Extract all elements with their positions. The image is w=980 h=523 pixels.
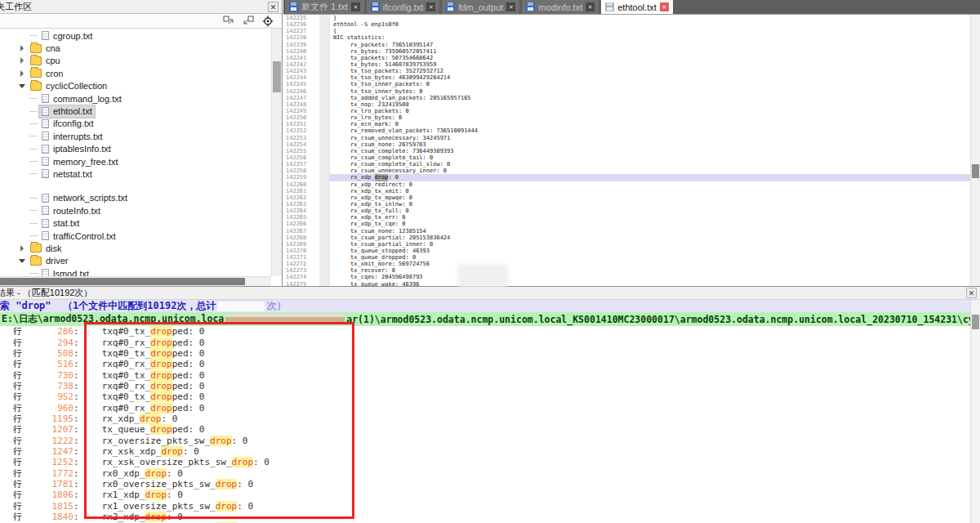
code-line: 142264 rx_xdp_tx_full: 0 bbox=[283, 208, 970, 214]
tree-item-iptablesInfo-txt[interactable]: iptablesInfo.txt bbox=[0, 143, 271, 155]
chevron-down-icon[interactable] bbox=[18, 259, 25, 263]
match-row[interactable]: 行508:txq#0_tx_dropped: 0 bbox=[0, 348, 970, 359]
line-number: 142238 bbox=[283, 34, 319, 41]
match-row[interactable]: 行1222:rx_oversize_pkts_sw_drop: 0 bbox=[0, 435, 970, 445]
close-tab-icon[interactable]: ✕ bbox=[586, 2, 595, 11]
match-row[interactable]: 行1772:rx0_xdp_drop: 0 bbox=[0, 467, 970, 478]
workspace-close-icon[interactable]: ✕ bbox=[268, 2, 278, 12]
tab-label: fdm_output bbox=[458, 2, 503, 12]
tree-item-ifconfig-txt[interactable]: ifconfig.txt bbox=[0, 118, 271, 130]
tree-item-cgroup-txt[interactable]: cgroup.txt bbox=[0, 29, 271, 42]
match-row[interactable]: 行1207:tx_queue_dropped: 0 bbox=[0, 424, 970, 435]
chevron-right-icon[interactable] bbox=[18, 45, 25, 51]
match-row[interactable]: 行1252:rx_xsk_oversize_pkts_sw_drop: 0 bbox=[0, 457, 970, 467]
code-line-text: rx_xdp_tx_xmit: 0 bbox=[330, 188, 970, 194]
match-row[interactable]: 行1815:rx1_oversize_pkts_sw_drop: 0 bbox=[0, 501, 970, 512]
code-text: tx_csum_partial_inner: 0 bbox=[333, 241, 433, 248]
line-number: 142235 bbox=[283, 15, 319, 21]
tab-ethtool-txt[interactable]: ethtool.txt✕ bbox=[601, 0, 673, 14]
tree-item-driver[interactable]: driver bbox=[0, 255, 271, 267]
match-row[interactable]: 行294:rxq#0_rx_dropped: 0 bbox=[0, 337, 970, 347]
results-vertical-scrollbar-thumb[interactable] bbox=[972, 315, 979, 329]
tree-vertical-scrollbar-thumb[interactable] bbox=[273, 61, 281, 92]
line-number: 142258 bbox=[283, 168, 319, 174]
tree-item-label: cna bbox=[46, 43, 60, 53]
match-pre: rxq#0_rx_ bbox=[102, 359, 151, 369]
close-tab-icon[interactable]: ✕ bbox=[426, 2, 435, 11]
match-post: : 0 bbox=[167, 512, 183, 522]
tree-item-cna[interactable]: cna bbox=[0, 42, 271, 54]
code-text: tx_tso_inner_packets: 0 bbox=[333, 81, 430, 87]
tree-item-network-scripts-txt[interactable]: network_scripts.txt bbox=[0, 192, 271, 204]
match-row[interactable]: 行960:rxq#0_rx_dropped: 0 bbox=[0, 402, 970, 413]
code-line-text: tx_cqes: 204596498793 bbox=[330, 274, 970, 280]
match-row[interactable]: 行1806:rx1_xdp_drop: 0 bbox=[0, 489, 970, 500]
code-text: tx_csum_none: 12385154 bbox=[333, 228, 426, 235]
gutter-marker-column bbox=[319, 208, 330, 214]
match-row[interactable]: 行516:rxq#0_rx_dropped: 0 bbox=[0, 359, 970, 369]
code-line: 142266 rx_xdp_tx_cqe: 0 bbox=[283, 221, 970, 227]
gutter-marker-column bbox=[319, 228, 330, 235]
match-row[interactable]: 行286:txq#0_tx_dropped: 0 bbox=[0, 326, 970, 337]
tree-horizontal-scrollbar-thumb[interactable] bbox=[0, 278, 245, 285]
tree-item-cyclicCollection[interactable]: cyclicCollection bbox=[0, 80, 271, 92]
tree-item-netstat-txt[interactable]: netstat.txt bbox=[0, 168, 271, 180]
line-number: 142237 bbox=[283, 28, 319, 34]
match-post: : 0 bbox=[161, 413, 177, 424]
tree-item-trafficControl-txt[interactable]: trafficControl.txt bbox=[0, 230, 271, 242]
matched-file-path[interactable]: E:\日志\armod0523.odata.ncmp.unicom.loca a… bbox=[0, 312, 980, 326]
tree-horizontal-scrollbar[interactable] bbox=[0, 276, 271, 286]
tree-item-stat-txt[interactable]: stat.txt bbox=[0, 217, 271, 229]
match-row[interactable]: 行1247:rx_xsk_xdp_drop: 0 bbox=[0, 446, 970, 457]
chevron-right-icon[interactable] bbox=[18, 70, 25, 77]
close-tab-icon[interactable]: ✕ bbox=[660, 2, 669, 11]
tree-vertical-scrollbar[interactable] bbox=[271, 29, 282, 276]
tab-fdm-output[interactable]: fdm_output✕ bbox=[442, 0, 519, 14]
match-row[interactable]: 行1195:rx_xdp_drop: 0 bbox=[0, 413, 970, 424]
sync-from-editor-icon[interactable] bbox=[243, 16, 254, 26]
file-tree[interactable]: cgroup.txtcnacpucroncyclicCollectioncomm… bbox=[0, 29, 271, 276]
tree-item-labelbox: interrupts.txt bbox=[39, 130, 105, 142]
editor-vertical-scrollbar[interactable] bbox=[970, 15, 980, 286]
match-row[interactable]: 行730:txq#0_tx_dropped: 0 bbox=[0, 369, 970, 380]
editor-content[interactable]: 142235}142236ethtool -S enp1s0f0142237{1… bbox=[283, 15, 970, 286]
tree-item-command-log-txt[interactable]: command_log.txt bbox=[0, 92, 271, 105]
workspace-panel: 夹工作区 ✕ cgroup.txtcnacpucroncyclicCollect… bbox=[0, 0, 283, 286]
tree-connector-line bbox=[29, 235, 38, 236]
close-tab-icon[interactable]: ✕ bbox=[506, 2, 515, 11]
code-line: 142245 tx_tso_inner_packets: 0 bbox=[283, 81, 970, 87]
editor-vertical-scrollbar-thumb[interactable] bbox=[972, 164, 979, 178]
chevron-right-icon[interactable] bbox=[18, 245, 25, 252]
gutter-marker-column bbox=[319, 248, 330, 254]
locate-file-icon[interactable] bbox=[262, 16, 274, 27]
code-line-text: rx_lro_packets: 0 bbox=[330, 108, 970, 114]
match-text: txq#0_tx_dropped: 0 bbox=[102, 391, 205, 402]
tab-modinfo-txt[interactable]: modinfo.txt✕ bbox=[522, 0, 599, 14]
tab-ifconfig-txt[interactable]: ifconfig.txt✕ bbox=[367, 0, 440, 14]
match-text: rx_oversize_pkts_sw_drop: 0 bbox=[102, 436, 248, 446]
tree-item-routeInfo-txt[interactable]: routeInfo.txt bbox=[0, 204, 271, 217]
chevron-down-icon[interactable] bbox=[18, 84, 25, 88]
tree-item-lsmod-txt[interactable]: lsmod.txt bbox=[0, 267, 271, 276]
chevron-right-icon[interactable] bbox=[18, 57, 25, 64]
match-row[interactable]: 行952:txq#0_tx_dropped: 0 bbox=[0, 391, 970, 402]
match-row[interactable]: 行1781:rx0_oversize_pkts_sw_drop: 0 bbox=[0, 479, 970, 489]
code-text: rx_packets: 736510395147 bbox=[333, 42, 433, 48]
tree-item-memory-free-txt[interactable]: memory_free.txt bbox=[0, 155, 271, 168]
sync-to-editor-icon[interactable] bbox=[223, 16, 234, 26]
results-close-icon[interactable]: ✕ bbox=[966, 288, 977, 298]
tree-item-interrupts-txt[interactable]: interrupts.txt bbox=[0, 130, 271, 142]
tree-item-cron[interactable]: cron bbox=[0, 67, 271, 79]
row-colon: : bbox=[74, 501, 79, 512]
tree-item-ethtool-txt[interactable]: ethtool.txt bbox=[0, 105, 271, 117]
match-text: txq#0_tx_dropped: 0 bbox=[102, 348, 205, 359]
match-row[interactable]: 行738:rxq#0_rx_dropped: 0 bbox=[0, 381, 970, 391]
tree-item-cpu[interactable]: cpu bbox=[0, 55, 271, 67]
match-post: ped: 0 bbox=[172, 348, 205, 359]
close-tab-icon[interactable]: ✕ bbox=[351, 2, 360, 11]
tree-item-disk[interactable]: disk bbox=[0, 242, 271, 254]
match-row[interactable]: 行1840:rx2_xdp_drop: 0 bbox=[0, 512, 970, 522]
tab--1-txt[interactable]: 新文件 1.txt✕ bbox=[285, 0, 364, 14]
tab-label: modinfo.txt bbox=[538, 2, 582, 12]
results-vertical-scrollbar[interactable] bbox=[970, 300, 980, 523]
